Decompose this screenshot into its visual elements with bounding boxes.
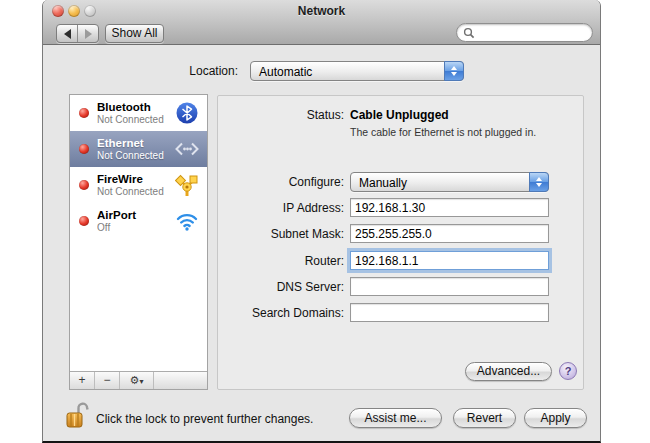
help-button[interactable]: ? xyxy=(559,362,577,380)
status-dot-icon xyxy=(79,108,89,118)
status-value: Cable Unplugged xyxy=(350,108,449,122)
interface-name: FireWire xyxy=(97,173,174,186)
popup-stepper-icon xyxy=(444,61,464,81)
status-dot-icon xyxy=(79,144,89,154)
interface-status: Not Connected xyxy=(97,150,174,162)
chevron-down-icon: ▾ xyxy=(139,377,143,386)
subnet-mask-field[interactable] xyxy=(350,224,549,243)
location-popup[interactable]: Automatic xyxy=(250,61,464,81)
lock-hint-text: Click the lock to prevent further change… xyxy=(96,412,313,426)
interface-name: AirPort xyxy=(97,209,174,222)
dns-server-label: DNS Server: xyxy=(218,280,344,294)
sidebar-item-firewire[interactable]: FireWire Not Connected xyxy=(70,167,207,203)
screen: Network Show All Location: Automatic xyxy=(0,0,650,443)
assist-me-button[interactable]: Assist me... xyxy=(349,408,442,428)
lock-open-icon[interactable] xyxy=(65,401,91,435)
sidebar-item-bluetooth[interactable]: Bluetooth Not Connected xyxy=(70,95,207,131)
location-popup-value: Automatic xyxy=(259,65,312,79)
location-label: Location: xyxy=(43,64,238,78)
ethernet-icon xyxy=(174,136,200,162)
search-domains-label: Search Domains: xyxy=(218,306,344,320)
bluetooth-icon xyxy=(174,100,200,126)
window-header: Network Show All xyxy=(43,0,600,45)
status-dot-icon xyxy=(79,216,89,226)
search-icon xyxy=(463,27,475,39)
ip-address-field[interactable] xyxy=(350,198,549,217)
sidebar-item-airport[interactable]: AirPort Off xyxy=(70,203,207,239)
dns-server-field[interactable] xyxy=(350,277,549,296)
status-label: Status: xyxy=(218,108,344,122)
sidebar-item-ethernet[interactable]: Ethernet Not Connected xyxy=(70,131,207,167)
router-label: Router: xyxy=(218,254,344,268)
sidebar-actions-bar: + − ⚙▾ xyxy=(70,371,207,389)
interfaces-sidebar: Bluetooth Not Connected Ethernet N xyxy=(69,94,208,390)
add-interface-button[interactable]: + xyxy=(70,372,95,389)
search-field[interactable] xyxy=(456,23,593,42)
action-menu-button[interactable]: ⚙▾ xyxy=(120,372,154,389)
window-title: Network xyxy=(43,4,600,18)
remove-interface-button[interactable]: − xyxy=(95,372,120,389)
configure-popup[interactable]: Manually xyxy=(350,172,549,192)
status-detail: The cable for Ethernet is not plugged in… xyxy=(350,126,536,138)
interface-status: Off xyxy=(97,222,174,234)
ip-address-label: IP Address: xyxy=(218,201,344,215)
gear-icon: ⚙ xyxy=(130,374,140,386)
interface-status: Not Connected xyxy=(97,186,174,198)
search-domains-field[interactable] xyxy=(350,303,549,322)
forward-icon xyxy=(85,29,92,39)
back-button[interactable] xyxy=(57,25,77,42)
status-dot-icon xyxy=(79,180,89,190)
interface-detail-panel: Status: Cable Unplugged The cable for Et… xyxy=(217,95,584,390)
interface-name: Ethernet xyxy=(97,137,174,150)
forward-button[interactable] xyxy=(77,25,98,42)
interface-status: Not Connected xyxy=(97,114,174,126)
firewire-icon xyxy=(174,172,200,198)
configure-label: Configure: xyxy=(218,175,344,189)
advanced-button[interactable]: Advanced... xyxy=(465,362,552,381)
show-all-button[interactable]: Show All xyxy=(105,24,164,43)
airport-icon xyxy=(174,208,200,234)
popup-stepper-icon xyxy=(529,172,549,192)
nav-back-forward xyxy=(56,24,99,43)
back-icon xyxy=(64,29,71,39)
revert-button[interactable]: Revert xyxy=(453,408,516,428)
configure-popup-value: Manually xyxy=(359,176,407,190)
apply-button[interactable]: Apply xyxy=(524,408,587,428)
router-field[interactable] xyxy=(350,251,549,270)
interface-name: Bluetooth xyxy=(97,101,174,114)
network-preferences-window: Network Show All Location: Automatic xyxy=(42,0,601,443)
search-input[interactable] xyxy=(477,25,586,40)
subnet-mask-label: Subnet Mask: xyxy=(218,227,344,241)
